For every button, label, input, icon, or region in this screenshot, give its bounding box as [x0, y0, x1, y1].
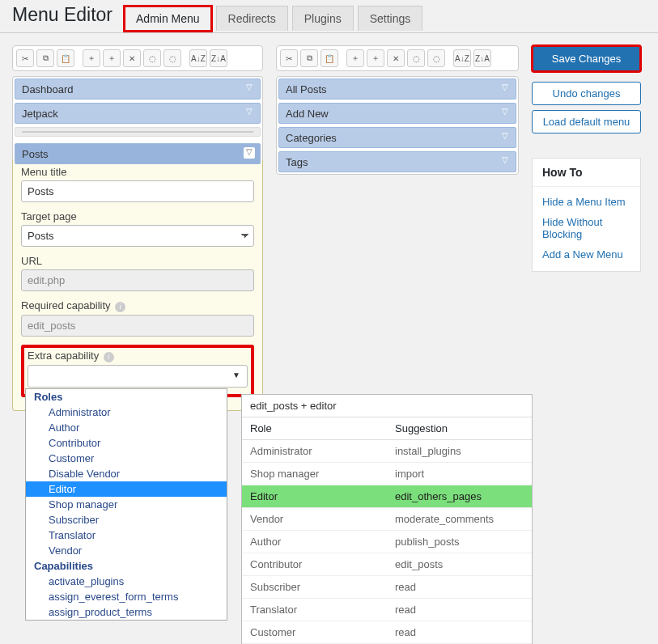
new-separator-icon[interactable]: ＋ [367, 49, 384, 67]
info-icon[interactable]: i [104, 352, 114, 362]
extra-cap-dropdown[interactable]: RolesAdministratorAuthorContributorCusto… [25, 388, 227, 428]
submenu-list: All Posts▽ Add New▽ Categories▽ Tags▽ [276, 76, 519, 175]
page-header: Menu Editor Admin Menu Redirects Plugins… [0, 0, 658, 33]
hide-icon[interactable]: ◌ [427, 49, 445, 67]
cut-icon[interactable]: ✂ [16, 49, 34, 67]
delete-icon[interactable]: ✕ [123, 49, 141, 67]
paste-icon[interactable]: 📋 [321, 49, 338, 67]
col-role: Role [242, 417, 387, 428]
submenu-item[interactable]: All Posts▽ [278, 78, 516, 100]
field-required-capability: Required capability i [21, 299, 254, 337]
top-menu-list: Dashboard▽ Jetpack▽ [12, 76, 263, 142]
load-default-button[interactable]: Load default menu [532, 110, 641, 133]
menu-item-editor: Menu title Target page Posts URL Require… [12, 159, 263, 411]
chevron-down-icon[interactable]: ▽ [244, 83, 255, 94]
sort-asc-icon[interactable]: A↓Z [453, 49, 471, 67]
hide-icon[interactable]: ◌ [163, 49, 181, 67]
howto-title: How To [533, 159, 640, 187]
cut-icon[interactable]: ✂ [280, 49, 298, 67]
menu-item-posts[interactable]: Posts▽ [15, 143, 261, 164]
target-page-select[interactable]: Posts [21, 225, 254, 247]
menu-title-input[interactable] [21, 180, 254, 202]
tab-plugins[interactable]: Plugins [292, 6, 354, 31]
menu-item-dashboard[interactable]: Dashboard▽ [15, 78, 261, 100]
chevron-down-icon[interactable]: ▽ [499, 155, 511, 167]
submenu-item[interactable]: Categories▽ [278, 127, 516, 148]
field-url: URL [21, 255, 254, 291]
target-page-label: Target page [21, 210, 254, 222]
sort-asc-icon[interactable]: A↓Z [189, 49, 207, 67]
col-suggestion: Suggestion [387, 417, 532, 428]
url-label: URL [21, 255, 254, 267]
delete-icon[interactable]: ✕ [387, 49, 405, 67]
howto-link[interactable]: Hide a Menu Item [533, 192, 640, 212]
top-level-menu-column: ✂ ⧉ 📋 ＋ ＋ ✕ ◌ ◌ A↓Z Z↓A Dashboard▽ Jetpa… [12, 45, 263, 416]
extra-cap-select[interactable] [28, 365, 248, 388]
copy-icon[interactable]: ⧉ [300, 49, 318, 67]
field-menu-title: Menu title [21, 166, 254, 202]
chevron-down-icon[interactable]: ▽ [499, 83, 511, 94]
selected-item-wrap: Posts▽ [12, 142, 263, 164]
field-target-page: Target page Posts [21, 210, 254, 247]
chevron-down-icon[interactable]: ▽ [244, 107, 255, 118]
required-cap-input [21, 315, 254, 337]
undo-button[interactable]: Undo changes [532, 82, 641, 105]
tab-admin-menu[interactable]: Admin Menu [124, 6, 212, 32]
chevron-down-icon[interactable]: ▽ [499, 107, 511, 118]
chevron-down-icon[interactable]: ▽ [499, 131, 511, 142]
required-cap-label: Required capability i [21, 299, 254, 312]
menu-title-label: Menu title [21, 166, 254, 178]
howto-link[interactable]: Hide Without Blocking [533, 212, 640, 244]
menu-separator[interactable] [15, 127, 261, 137]
dropdown-item[interactable]: Author [26, 420, 227, 428]
left-toolbar: ✂ ⧉ 📋 ＋ ＋ ✕ ◌ ◌ A↓Z Z↓A [12, 45, 263, 71]
new-separator-icon[interactable]: ＋ [103, 49, 121, 67]
url-input [21, 269, 254, 291]
howto-box: How To Hide a Menu Item Hide Without Blo… [532, 158, 641, 272]
menu-item-jetpack[interactable]: Jetpack▽ [15, 103, 261, 124]
info-icon[interactable]: i [115, 302, 125, 312]
actions-column: Save Changes Undo changes Load default m… [532, 45, 641, 272]
submenu-column: ✂ ⧉ 📋 ＋ ＋ ✕ ◌ ◌ A↓Z Z↓A All Posts▽ Add N… [276, 45, 519, 175]
chevron-down-icon[interactable]: ▽ [244, 147, 255, 159]
suggest-header: edit_posts + editor [242, 395, 532, 417]
copy-icon[interactable]: ⧉ [36, 49, 54, 67]
new-menu-icon[interactable]: ＋ [83, 49, 100, 67]
dropdown-group: Roles [26, 389, 227, 405]
right-toolbar: ✂ ⧉ 📋 ＋ ＋ ✕ ◌ ◌ A↓Z Z↓A [276, 45, 519, 71]
suggest-columns: Role Suggestion [242, 417, 532, 428]
capability-suggest-panel: edit_posts + editor Role Suggestion Admi… [241, 394, 533, 428]
sort-desc-icon[interactable]: Z↓A [473, 49, 491, 67]
sort-desc-icon[interactable]: Z↓A [210, 49, 227, 67]
nav-tabs: Admin Menu Redirects Plugins Settings [124, 6, 427, 31]
tab-redirects[interactable]: Redirects [216, 6, 288, 31]
new-menu-icon[interactable]: ＋ [346, 49, 364, 67]
submenu-item[interactable]: Tags▽ [278, 151, 516, 172]
extra-cap-label: Extra capability i [28, 350, 248, 362]
submenu-item[interactable]: Add New▽ [278, 103, 516, 124]
tab-settings[interactable]: Settings [358, 6, 423, 31]
paste-icon[interactable]: 📋 [57, 49, 74, 67]
dropdown-item[interactable]: Administrator [26, 405, 227, 420]
show-icon[interactable]: ◌ [407, 49, 425, 67]
page-title: Menu Editor [12, 4, 112, 32]
save-button[interactable]: Save Changes [532, 45, 641, 72]
show-icon[interactable]: ◌ [143, 49, 161, 67]
howto-link[interactable]: Add a New Menu [533, 244, 640, 265]
